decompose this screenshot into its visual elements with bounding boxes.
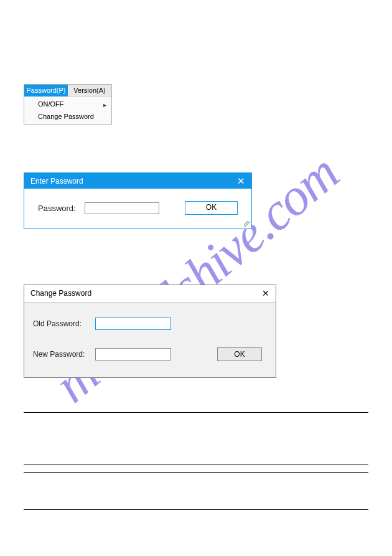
ok-button[interactable]: OK	[185, 201, 238, 215]
menu-item-change-password[interactable]: Change Password	[24, 110, 111, 123]
menu-dropdown: ON/OFF ▸ Change Password	[24, 97, 111, 124]
tab-version[interactable]: Version(A)	[68, 85, 111, 97]
ok-button[interactable]: OK	[217, 347, 262, 361]
close-icon[interactable]: ✕	[262, 289, 269, 298]
divider	[24, 412, 368, 413]
menu-item-label: ON/OFF	[38, 100, 64, 108]
menu-item-onoff[interactable]: ON/OFF ▸	[24, 98, 111, 110]
submenu-arrow-icon: ▸	[103, 101, 106, 108]
divider	[24, 464, 368, 464]
old-password-input[interactable]	[95, 318, 171, 330]
change-password-body: Old Password: New Password: OK	[24, 303, 276, 377]
enter-password-dialog: Enter Password ✕ Password: OK	[24, 172, 252, 229]
divider	[24, 472, 368, 473]
menu-tab-bar: Password(P) Version(A)	[24, 85, 111, 97]
close-icon[interactable]: ✕	[237, 176, 245, 186]
password-input[interactable]	[85, 202, 159, 214]
new-password-label: New Password:	[33, 350, 95, 359]
change-password-dialog: Change Password ✕ Old Password: New Pass…	[24, 285, 276, 378]
dialog-title: Enter Password	[30, 177, 83, 186]
old-password-label: Old Password:	[33, 319, 95, 328]
enter-password-body: Password: OK	[24, 189, 251, 229]
new-password-row: New Password: OK	[33, 347, 262, 361]
enter-password-titlebar[interactable]: Enter Password ✕	[24, 173, 251, 189]
menu-item-label: Change Password	[38, 113, 94, 120]
change-password-titlebar[interactable]: Change Password ✕	[24, 285, 276, 303]
tab-password[interactable]: Password(P)	[24, 85, 68, 97]
resize-grip-icon[interactable]	[244, 221, 250, 227]
password-label: Password:	[38, 204, 76, 213]
dialog-title: Change Password	[30, 289, 91, 298]
divider	[24, 509, 368, 510]
password-menu: Password(P) Version(A) ON/OFF ▸ Change P…	[24, 84, 112, 125]
old-password-row: Old Password:	[33, 318, 262, 330]
new-password-input[interactable]	[95, 348, 171, 360]
